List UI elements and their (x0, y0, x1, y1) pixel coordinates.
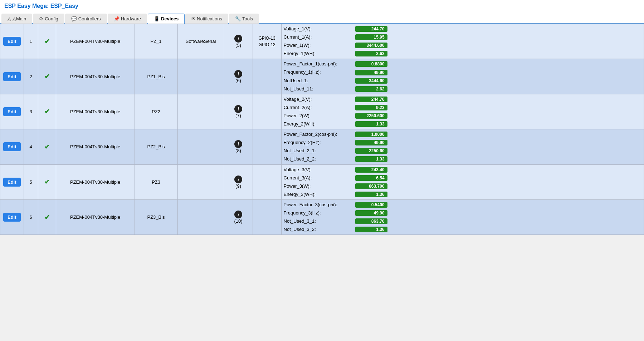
device-num-cell: 1 (24, 24, 38, 59)
info-icon: i (234, 211, 242, 218)
value-badge: 1.33 (355, 121, 387, 127)
value-label: Power_Factor_3(cos-phi): (284, 201, 355, 209)
plugin-name: PZEM-004Tv30-Multiple (70, 214, 120, 220)
plugin-cell: PZEM-004Tv30-Multiple (56, 24, 135, 59)
info-icon: i (234, 35, 242, 43)
edit-cell: Edit (0, 59, 24, 94)
value-label: Frequency_2(Hz): (284, 139, 355, 147)
value-label: Not_Used_3_2: (284, 226, 355, 233)
value-label: Energy_2(WH): (284, 120, 355, 128)
value-label: Energy_1(WH): (284, 50, 355, 58)
task-num: (8) (235, 148, 241, 153)
edit-button[interactable]: Edit (3, 107, 21, 116)
enabled-cell: ✔ (38, 199, 56, 234)
plugin-name: PZEM-004Tv30-Multiple (70, 179, 120, 185)
value-badge: 6.54 (355, 175, 387, 181)
gpio-cell (253, 164, 281, 199)
plugin-cell: PZEM-004Tv30-Multiple (56, 164, 135, 199)
device-num-cell: 3 (24, 94, 38, 129)
table-row: Edit 1 ✔ PZEM-004Tv30-Multiple PZ_1 Soft… (0, 24, 644, 59)
device-num-cell: 2 (24, 59, 38, 94)
info-cell: i (9) (224, 164, 253, 199)
devices-icon: 📱 (154, 16, 160, 21)
edit-cell: Edit (0, 94, 24, 129)
value-label: Energy_3(WH): (284, 191, 355, 198)
value-badge: 863.700 (355, 183, 387, 189)
enabled-cell: ✔ (38, 129, 56, 164)
table-row: Edit 6 ✔ PZEM-004Tv30-Multiple PZ3_Bis i… (0, 199, 644, 234)
value-label: Frequency_3(Hz): (284, 209, 355, 217)
port-cell (177, 164, 224, 199)
devices-table: Edit 1 ✔ PZEM-004Tv30-Multiple PZ_1 Soft… (0, 24, 644, 235)
value-badge: 15.95 (355, 34, 387, 40)
page-header: ESP Easy Mega: ESP_Easy (0, 0, 644, 13)
main-icon: △ (8, 16, 11, 21)
value-label: Frequency_1(Hz): (284, 68, 355, 76)
edit-cell: Edit (0, 164, 24, 199)
info-icon: i (234, 140, 242, 148)
enabled-check: ✔ (44, 178, 50, 186)
edit-button[interactable]: Edit (3, 213, 21, 222)
plugin-name: PZEM-004Tv30-Multiple (70, 144, 120, 149)
gpio-cell: GPIO-13GPIO-12 (253, 24, 281, 59)
device-name: PZ_1 (151, 39, 162, 44)
info-icon: i (234, 105, 242, 113)
device-name-cell: PZ_1 (135, 24, 177, 59)
device-num: 4 (29, 144, 32, 149)
edit-button[interactable]: Edit (3, 72, 21, 81)
tools-icon: 🔧 (235, 16, 241, 21)
values-cell: Voltage_1(V): 244.70 Current_1(A): 15.95… (281, 24, 644, 59)
value-badge: 0.5400 (355, 202, 387, 208)
tab-devices[interactable]: 📱 Devices (148, 14, 185, 24)
device-num: 1 (29, 39, 32, 44)
edit-button[interactable]: Edit (3, 178, 21, 187)
enabled-cell: ✔ (38, 24, 56, 59)
value-badge: 2250.60 (355, 148, 387, 154)
value-badge: 1.36 (355, 192, 387, 197)
value-label: Power_Factor_1(cos-phi): (284, 60, 355, 68)
value-badge: 243.40 (355, 167, 387, 173)
values-cell: Power_Factor_3(cos-phi): 0.5400 Frequenc… (281, 199, 644, 234)
device-num-cell: 4 (24, 129, 38, 164)
value-badge: 863.70 (355, 218, 387, 224)
enabled-check: ✔ (44, 214, 50, 221)
port-cell (177, 199, 224, 234)
info-cell: i (10) (224, 199, 253, 234)
plugin-cell: PZEM-004Tv30-Multiple (56, 199, 135, 234)
device-num: 2 (29, 74, 32, 79)
info-cell: i (6) (224, 59, 253, 94)
enabled-cell: ✔ (38, 94, 56, 129)
plugin-cell: PZEM-004Tv30-Multiple (56, 59, 135, 94)
tab-main[interactable]: △ △Main (1, 14, 32, 24)
task-num: (9) (235, 183, 241, 189)
plugin-name: PZEM-004Tv30-Multiple (70, 39, 120, 44)
enabled-check: ✔ (44, 38, 50, 45)
device-name: PZ3 (152, 179, 160, 185)
tab-controllers[interactable]: 💬 Controllers (65, 14, 107, 24)
value-badge: 2.62 (355, 86, 387, 92)
value-badge: 49.90 (355, 70, 387, 75)
value-badge: 3444.600 (355, 43, 387, 48)
tab-hardware[interactable]: 📌 Hardware (108, 14, 147, 24)
values-cell: Voltage_3(V): 243.40 Current_3(A): 6.54 … (281, 164, 644, 199)
enabled-check: ✔ (44, 143, 50, 150)
value-badge: 9.23 (355, 105, 387, 110)
tab-tools[interactable]: 🔧 Tools (229, 14, 259, 24)
tab-config[interactable]: ⚙ Config (33, 14, 64, 24)
value-badge: 2250.600 (355, 113, 387, 119)
value-label: NotUsed_1: (284, 77, 355, 85)
edit-cell: Edit (0, 129, 24, 164)
table-row: Edit 4 ✔ PZEM-004Tv30-Multiple PZ2_Bis i… (0, 129, 644, 164)
device-name-cell: PZ3 (135, 164, 177, 199)
tab-notifications[interactable]: ✉ Notifications (185, 14, 228, 24)
value-badge: 3444.60 (355, 78, 387, 84)
device-name-cell: PZ3_Bis (135, 199, 177, 234)
edit-button[interactable]: Edit (3, 37, 21, 46)
values-cell: Power_Factor_1(cos-phi): 0.8800 Frequenc… (281, 59, 644, 94)
device-name-cell: PZ2 (135, 94, 177, 129)
value-label: Power_1(W): (284, 41, 355, 49)
hardware-icon: 📌 (114, 16, 119, 21)
value-badge: 1.0000 (355, 132, 387, 137)
edit-button[interactable]: Edit (3, 142, 21, 151)
enabled-check: ✔ (44, 73, 50, 80)
